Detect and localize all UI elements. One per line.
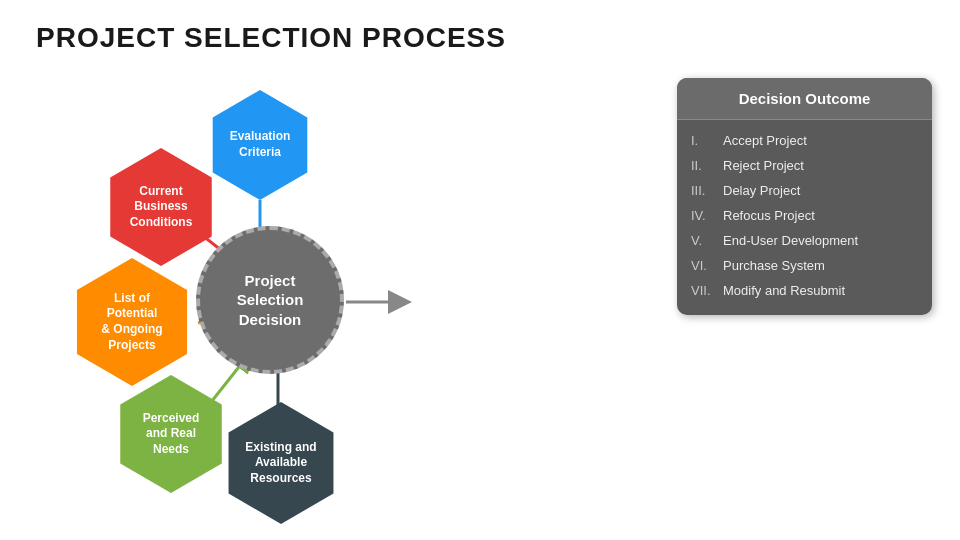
outcome-item: II.Reject Project — [691, 153, 918, 178]
outcome-item: VI.Purchase System — [691, 253, 918, 278]
outcome-item: I.Accept Project — [691, 128, 918, 153]
outcome-item: III.Delay Project — [691, 178, 918, 203]
center-circle: ProjectSelectionDecision — [196, 226, 344, 374]
node-perceived-needs: Perceived and Real Needs — [112, 375, 230, 493]
page-title: PROJECT SELECTION PROCESS — [0, 0, 960, 54]
node-list-projects: List of Potential & Ongoing Projects — [68, 258, 196, 386]
outcome-box: Decision Outcome I.Accept ProjectII.Reje… — [677, 78, 932, 315]
outcome-list: I.Accept ProjectII.Reject ProjectIII.Del… — [677, 120, 932, 315]
node-current-business: Current Business Conditions — [102, 148, 220, 266]
outcome-item: IV.Refocus Project — [691, 203, 918, 228]
outcome-header: Decision Outcome — [677, 78, 932, 120]
node-evaluation: Evaluation Criteria — [205, 90, 315, 200]
outcome-item: V.End-User Development — [691, 228, 918, 253]
node-existing-resources: Existing and Available Resources — [220, 402, 342, 524]
outcome-item: VII.Modify and Resubmit — [691, 278, 918, 303]
center-circle-text: ProjectSelectionDecision — [237, 271, 304, 330]
diagram-area: ProjectSelectionDecision Evaluation Crit… — [30, 80, 510, 520]
